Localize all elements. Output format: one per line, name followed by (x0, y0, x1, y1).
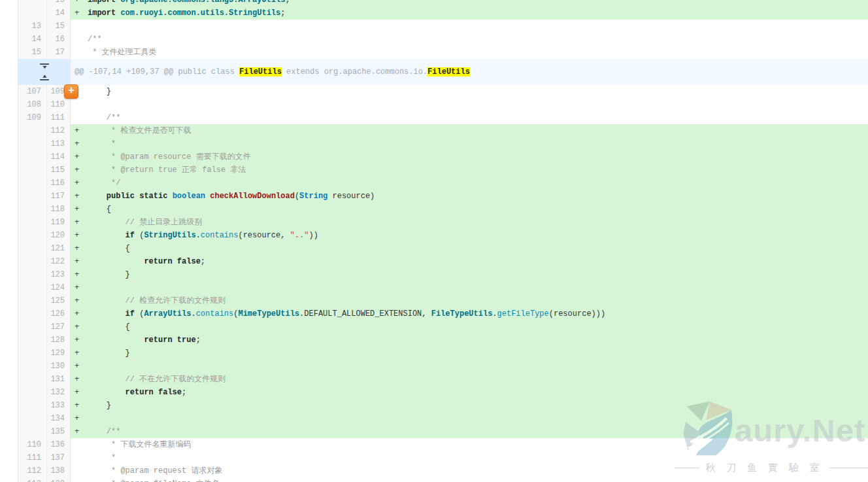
diff-row: 130+ (0, 360, 868, 373)
new-line-number[interactable]: 16 (47, 33, 71, 46)
old-line-number[interactable] (18, 203, 47, 216)
new-line-number[interactable]: 113 (47, 137, 71, 150)
new-line-number[interactable]: 121 (47, 242, 71, 255)
old-line-number[interactable]: 113 (18, 477, 47, 482)
diff-sign: + (75, 320, 88, 334)
old-line-number[interactable] (18, 412, 47, 425)
old-line-number[interactable] (18, 386, 47, 399)
old-line-number[interactable]: 13 (18, 20, 47, 33)
code-line: + * @return true 正常 false 非法 (71, 164, 868, 177)
old-line-number[interactable]: 110 (18, 438, 47, 451)
code-line: + if (StringUtils.contains(resource, "..… (71, 229, 868, 242)
old-line-number[interactable]: 109 (18, 111, 47, 124)
new-line-number[interactable]: 110 (47, 98, 71, 111)
add-comment-button[interactable]: + (64, 84, 78, 99)
old-line-number[interactable] (18, 242, 47, 255)
old-line-number[interactable] (18, 281, 47, 294)
code-token: * @return true 正常 false 非法 (88, 165, 246, 175)
code-token: } (88, 401, 111, 410)
old-line-number[interactable]: 112 (18, 464, 47, 477)
diff-row: 114+ * @param resource 需要下载的文件 (0, 150, 868, 164)
new-line-number[interactable]: 112 (47, 124, 71, 137)
old-line-number[interactable] (18, 0, 47, 7)
code-token: return true (144, 336, 195, 345)
code-token: public static (107, 192, 173, 201)
old-line-number[interactable]: 107 (18, 85, 47, 98)
left-margin (0, 425, 18, 438)
old-line-number[interactable] (18, 334, 47, 347)
new-line-number[interactable]: 128 (47, 334, 71, 347)
new-line-number[interactable]: 138 (47, 464, 71, 477)
old-line-number[interactable] (18, 294, 47, 307)
new-line-number[interactable]: 135 (47, 425, 71, 438)
new-line-number[interactable]: 130 (47, 360, 71, 373)
old-line-number[interactable] (18, 399, 47, 412)
new-line-number[interactable]: 134 (47, 412, 71, 425)
new-line-number[interactable]: 15 (47, 20, 71, 33)
new-line-number[interactable]: 137 (47, 451, 71, 464)
old-line-number[interactable] (18, 7, 47, 20)
new-line-number[interactable]: 125 (47, 294, 71, 307)
old-line-number[interactable] (18, 255, 47, 268)
old-line-number[interactable]: 14 (18, 33, 47, 46)
old-line-number[interactable]: 111 (18, 451, 47, 464)
new-line-number[interactable]: 122 (47, 255, 71, 268)
old-line-number[interactable] (18, 137, 47, 150)
new-line-number[interactable]: 120 (47, 229, 71, 242)
diff-row: 122+ return false; (0, 255, 868, 268)
new-line-number[interactable]: 126 (47, 307, 71, 320)
old-line-number[interactable] (18, 164, 47, 177)
new-line-number[interactable]: 119 (47, 216, 71, 229)
new-line-number[interactable]: 115 (47, 164, 71, 177)
left-margin (0, 386, 18, 399)
left-margin (0, 334, 18, 347)
old-line-number[interactable] (18, 307, 47, 320)
old-line-number[interactable] (18, 320, 47, 334)
new-line-number[interactable]: 123 (47, 268, 71, 281)
new-line-number[interactable]: 14 (47, 7, 71, 20)
new-line-number[interactable]: 127 (47, 320, 71, 334)
new-line-number[interactable]: 133 (47, 399, 71, 412)
old-line-number[interactable] (18, 347, 47, 360)
new-line-number[interactable]: 17 (47, 46, 71, 59)
new-line-number[interactable]: 116 (47, 177, 71, 190)
code-line: /** (71, 111, 868, 124)
diff-row: 112138 * @param request 请求对象 (0, 464, 868, 477)
new-line-number[interactable]: 131 (47, 373, 71, 386)
new-line-number[interactable]: 118 (47, 203, 71, 216)
old-line-number[interactable]: 108 (18, 98, 47, 111)
old-line-number[interactable] (18, 268, 47, 281)
old-line-number[interactable] (18, 216, 47, 229)
new-line-number[interactable]: 117 (47, 190, 71, 203)
left-margin (0, 216, 18, 229)
new-line-number[interactable]: 111 (47, 111, 71, 124)
old-line-number[interactable] (18, 124, 47, 137)
diff-sign: + (75, 255, 88, 268)
code-line: + /** (71, 425, 868, 438)
old-line-number[interactable] (18, 177, 47, 190)
hunk-header-row: ▼▲@@ -107,14 +109,37 @@ public class Fil… (0, 59, 868, 85)
new-line-number[interactable]: 114 (47, 150, 71, 164)
new-line-number[interactable]: 132 (47, 386, 71, 399)
expand-up-button[interactable]: ▲ (39, 73, 50, 82)
code-token: getFileType (497, 309, 549, 318)
code-token: /** (88, 427, 120, 436)
old-line-number[interactable] (18, 373, 47, 386)
code-token: FileTypeUtils (431, 309, 493, 318)
new-line-number[interactable]: 129 (47, 347, 71, 360)
new-line-number[interactable]: 13 (47, 0, 71, 7)
expand-down-button[interactable]: ▼ (39, 63, 50, 71)
new-line-number[interactable]: 124 (47, 281, 71, 294)
old-line-number[interactable] (18, 425, 47, 438)
new-line-number[interactable]: 136 (47, 438, 71, 451)
code-token: } (88, 87, 111, 96)
new-line-number[interactable]: 139 (47, 477, 71, 482)
diff-sign: + (75, 229, 88, 242)
old-line-number[interactable] (18, 190, 47, 203)
old-line-number[interactable] (18, 360, 47, 373)
diff-sign: + (75, 334, 88, 347)
old-line-number[interactable] (18, 229, 47, 242)
old-line-number[interactable]: 15 (18, 46, 47, 59)
left-margin (0, 85, 18, 98)
old-line-number[interactable] (18, 150, 47, 164)
